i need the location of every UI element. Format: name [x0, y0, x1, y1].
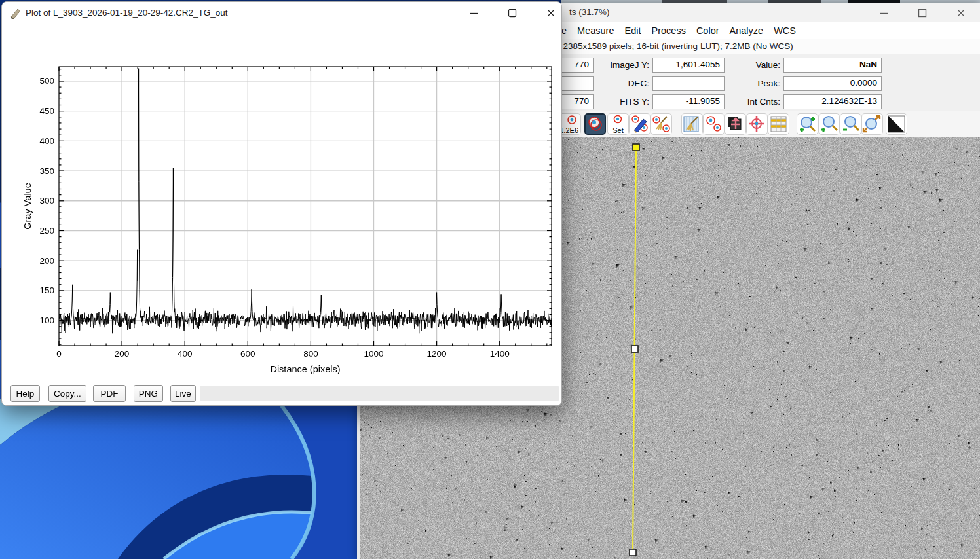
svg-text:400: 400: [178, 349, 193, 359]
align-stack-icon[interactable]: [725, 113, 746, 135]
fits-y-label: FITS Y:: [595, 94, 649, 109]
dec-label: DEC:: [595, 76, 649, 91]
invert-lut-icon[interactable]: [886, 113, 907, 135]
close-icon: [956, 9, 966, 18]
minimize-button[interactable]: [869, 5, 899, 22]
minimize-icon: [880, 9, 889, 18]
svg-text:1400: 1400: [490, 349, 510, 359]
value-box: NaN: [783, 58, 882, 73]
clear-table-icon[interactable]: [681, 113, 703, 135]
svg-text:800: 800: [303, 349, 318, 359]
svg-text:100: 100: [39, 316, 54, 325]
svg-text:1000: 1000: [364, 349, 383, 359]
maximize-button[interactable]: [907, 5, 937, 22]
svg-text:150: 150: [39, 285, 54, 295]
svg-text:400: 400: [39, 136, 54, 146]
svg-text:Distance (pixels): Distance (pixels): [270, 364, 340, 374]
value-label: Value:: [728, 58, 780, 73]
aperture-value-icon[interactable]: 1.2E6: [559, 113, 581, 135]
svg-text:450: 450: [39, 106, 54, 116]
svg-text:0: 0: [56, 349, 62, 359]
menu-item-analyze[interactable]: Analyze: [725, 26, 769, 36]
menu-item-process[interactable]: Process: [647, 26, 691, 36]
svg-text:200: 200: [115, 349, 130, 359]
pdf-button[interactable]: PDF: [93, 385, 126, 402]
dec-box: [652, 76, 725, 91]
svg-text:Gray Value: Gray Value: [22, 183, 33, 229]
int-cnts-box: 2.124632E-13: [783, 94, 882, 109]
menu-item-partial[interactable]: e: [561, 26, 572, 36]
zoom-in-icon[interactable]: [818, 113, 840, 135]
maximize-icon: [918, 9, 927, 18]
menu-item-measure[interactable]: Measure: [572, 26, 619, 36]
svg-text:200: 200: [39, 256, 54, 266]
peak-box: 0.0000: [783, 76, 882, 91]
profile-plot: 0200400600800100012001400100150200250300…: [2, 2, 561, 383]
menu-item-color[interactable]: Color: [691, 26, 725, 36]
clear-apertures-icon[interactable]: [650, 113, 672, 135]
live-button[interactable]: Live: [170, 385, 196, 402]
aperture-photometry-icon[interactable]: [584, 113, 606, 135]
int-cnts-label: Int Cnts:: [728, 94, 780, 109]
svg-text:600: 600: [240, 349, 255, 359]
svg-text:350: 350: [39, 166, 54, 176]
close-button[interactable]: [946, 5, 976, 22]
copy-button[interactable]: Copy...: [48, 385, 86, 402]
astro-window-title: ts (31.7%): [569, 7, 610, 17]
plot-window: Plot of L_3903_2026-01-19_20-29-42.CR2_T…: [1, 1, 562, 406]
help-button[interactable]: Help: [10, 385, 40, 402]
aperture-set-icon[interactable]: Set: [607, 113, 629, 135]
centroid-icon[interactable]: [746, 113, 768, 135]
edit-apertures-icon[interactable]: [629, 113, 650, 135]
menu-item-edit[interactable]: Edit: [620, 26, 647, 36]
fits-y-box: -11.9055: [652, 94, 725, 109]
multi-aperture-icon[interactable]: [703, 113, 725, 135]
menu-item-wcs[interactable]: WCS: [768, 26, 801, 36]
plot-button-row: Help Copy... PDF PNG Live: [2, 384, 561, 404]
png-button[interactable]: PNG: [134, 385, 163, 402]
svg-text:250: 250: [39, 226, 54, 236]
desktop: ts (31.7%) e Measure Edit Process Color …: [0, 0, 980, 559]
svg-text:300: 300: [39, 196, 54, 206]
peak-label: Peak:: [728, 76, 780, 91]
plot-status-strip: [200, 386, 559, 401]
zoom-fit-icon[interactable]: [861, 113, 883, 135]
svg-text:1200: 1200: [427, 349, 447, 359]
zoom-out-icon[interactable]: [840, 113, 861, 135]
zoom-in-fast-icon[interactable]: [797, 113, 818, 135]
imagej-y-box: 1,601.4055: [652, 58, 725, 73]
svg-text:500: 500: [39, 76, 54, 86]
imagej-y-label: ImageJ Y:: [595, 58, 649, 73]
measurements-table-icon[interactable]: [768, 113, 789, 135]
